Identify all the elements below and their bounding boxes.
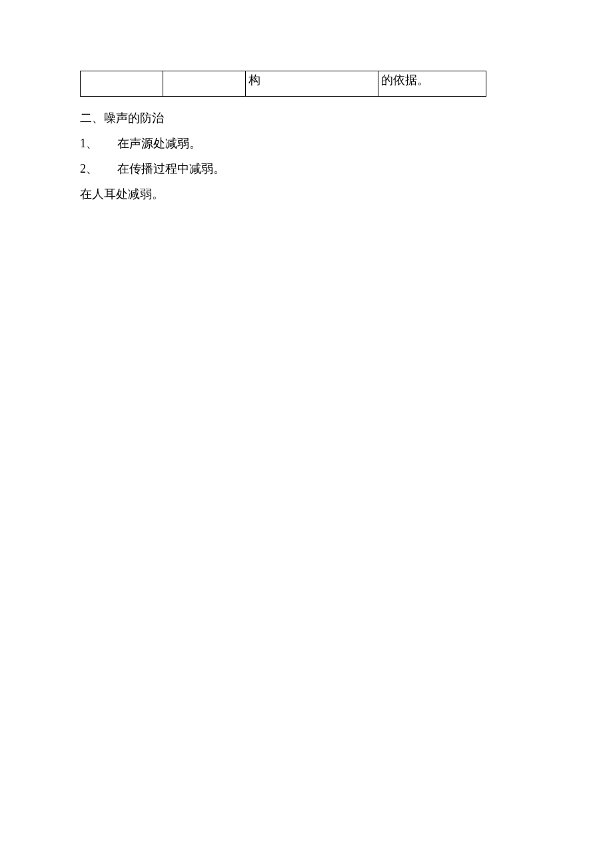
list-item-2: 2、 在传播过程中减弱。: [80, 157, 486, 181]
table-cell-4: 的依据。: [378, 71, 486, 97]
table-row: 构 的依据。: [81, 71, 486, 97]
table-cell-1: [81, 71, 163, 97]
table-cell-2: [163, 71, 245, 97]
item-number: 2、: [80, 162, 98, 175]
list-item-1: 1、 在声源处减弱。: [80, 131, 486, 155]
item-text: 在传播过程中减弱。: [101, 162, 225, 175]
section-heading: 二、噪声的防治: [80, 106, 486, 130]
item-text: 在声源处减弱。: [101, 137, 201, 150]
item-number: 1、: [80, 137, 98, 150]
list-item-3: 在人耳处减弱。: [80, 182, 486, 206]
table-cell-3: 构: [245, 71, 378, 97]
document-table: 构 的依据。: [80, 71, 486, 97]
document-body: 二、噪声的防治 1、 在声源处减弱。 2、 在传播过程中减弱。 在人耳处减弱。: [80, 106, 486, 206]
